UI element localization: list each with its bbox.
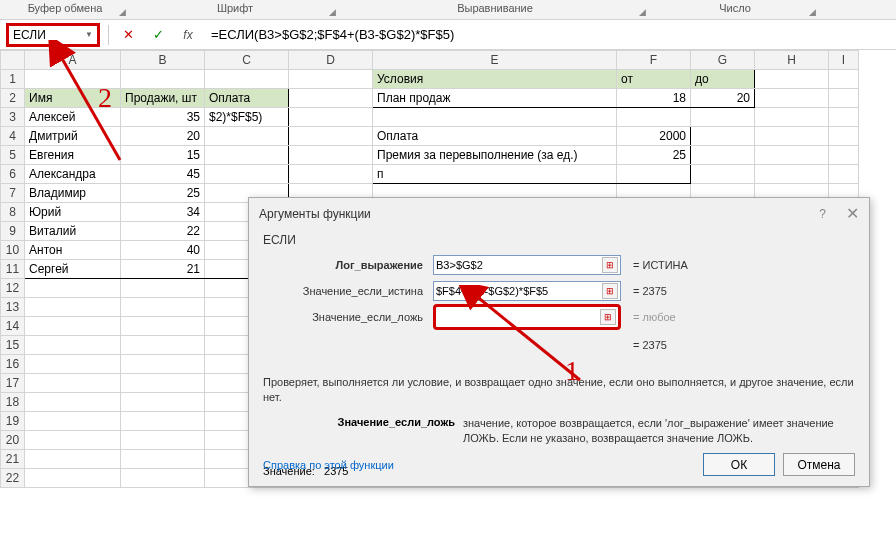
row-header[interactable]: 16 xyxy=(1,355,25,374)
cell[interactable]: 22 xyxy=(121,222,205,241)
col-header[interactable]: I xyxy=(829,51,859,70)
row-header[interactable]: 13 xyxy=(1,298,25,317)
row-header[interactable]: 6 xyxy=(1,165,25,184)
arg-result: = любое xyxy=(621,311,676,323)
arg-input-wrap: ⊞ xyxy=(433,255,621,275)
row-header[interactable]: 18 xyxy=(1,393,25,412)
cell[interactable]: Александра xyxy=(25,165,121,184)
name-box[interactable]: ЕСЛИ ▼ xyxy=(6,23,100,47)
row-header[interactable]: 21 xyxy=(1,450,25,469)
row-header[interactable]: 5 xyxy=(1,146,25,165)
annotation-number: 2 xyxy=(98,82,112,114)
chevron-down-icon[interactable]: ▼ xyxy=(85,30,93,39)
cancel-button[interactable]: Отмена xyxy=(783,453,855,476)
arg-row: Лог_выражение ⊞ = ИСТИНА xyxy=(263,253,855,277)
ribbon-group-alignment: Выравнивание ◢ xyxy=(340,0,650,19)
arg-label: Значение_если_ложь xyxy=(263,311,433,323)
cell[interactable]: 45 xyxy=(121,165,205,184)
col-header[interactable]: G xyxy=(691,51,755,70)
row-header[interactable]: 4 xyxy=(1,127,25,146)
range-selector-icon[interactable]: ⊞ xyxy=(602,257,618,273)
close-icon[interactable]: ✕ xyxy=(846,204,859,223)
range-selector-icon[interactable]: ⊞ xyxy=(600,309,616,325)
cell[interactable]: 21 xyxy=(121,260,205,279)
cell[interactable]: Премия за перевыполнение (за ед.) xyxy=(373,146,617,165)
row-header[interactable]: 14 xyxy=(1,317,25,336)
cell[interactable]: Юрий xyxy=(25,203,121,222)
arg-input[interactable] xyxy=(438,311,600,323)
col-header[interactable]: H xyxy=(755,51,829,70)
cell[interactable]: 15 xyxy=(121,146,205,165)
row-header[interactable]: 2 xyxy=(1,89,25,108)
row-header[interactable]: 15 xyxy=(1,336,25,355)
arg-label: Лог_выражение xyxy=(263,259,433,271)
cell[interactable]: 25 xyxy=(121,184,205,203)
ribbon-group-clipboard: Буфер обмена ◢ xyxy=(0,0,130,19)
cell[interactable]: 18 xyxy=(617,89,691,108)
cell[interactable]: Владимир xyxy=(25,184,121,203)
row-header[interactable]: 3 xyxy=(1,108,25,127)
cell[interactable]: Условия xyxy=(373,70,617,89)
dialog-launcher-icon[interactable]: ◢ xyxy=(327,7,337,17)
cell[interactable]: Сергей xyxy=(25,260,121,279)
function-name: ЕСЛИ xyxy=(263,233,855,247)
cell[interactable]: от xyxy=(617,70,691,89)
divider xyxy=(108,25,109,45)
cell[interactable]: Оплата xyxy=(205,89,289,108)
dialog-launcher-icon[interactable]: ◢ xyxy=(117,7,127,17)
cancel-formula-button[interactable]: ✕ xyxy=(117,24,139,46)
cell[interactable]: до xyxy=(691,70,755,89)
cell[interactable]: Виталий xyxy=(25,222,121,241)
col-header[interactable]: C xyxy=(205,51,289,70)
formula-input[interactable] xyxy=(207,25,890,44)
cell[interactable]: Оплата xyxy=(373,127,617,146)
cell[interactable]: 34 xyxy=(121,203,205,222)
dialog-launcher-icon[interactable]: ◢ xyxy=(637,7,647,17)
arg-result: = 2375 xyxy=(621,285,667,297)
row-header[interactable]: 10 xyxy=(1,241,25,260)
range-selector-icon[interactable]: ⊞ xyxy=(602,283,618,299)
insert-function-button[interactable]: fx xyxy=(177,24,199,46)
confirm-formula-button[interactable]: ✓ xyxy=(147,24,169,46)
dialog-titlebar[interactable]: Аргументы функции ? ✕ xyxy=(249,198,869,229)
row-header[interactable]: 7 xyxy=(1,184,25,203)
cell[interactable]: п xyxy=(373,165,617,184)
row-header[interactable]: 19 xyxy=(1,412,25,431)
cell[interactable]: 25 xyxy=(617,146,691,165)
row-header[interactable]: 8 xyxy=(1,203,25,222)
cell[interactable]: План продаж xyxy=(373,89,617,108)
col-header[interactable]: F xyxy=(617,51,691,70)
col-header[interactable]: B xyxy=(121,51,205,70)
row-header[interactable]: 20 xyxy=(1,431,25,450)
cell[interactable]: Продажи, шт xyxy=(121,89,205,108)
overall-result: = 2375 xyxy=(621,339,667,351)
row-header[interactable]: 12 xyxy=(1,279,25,298)
col-header[interactable]: A xyxy=(25,51,121,70)
select-all[interactable] xyxy=(1,51,25,70)
cell[interactable]: 40 xyxy=(121,241,205,260)
row-header[interactable]: 11 xyxy=(1,260,25,279)
cell[interactable]: Антон xyxy=(25,241,121,260)
ok-button[interactable]: ОК xyxy=(703,453,775,476)
dialog-title: Аргументы функции xyxy=(259,207,371,221)
help-icon[interactable]: ? xyxy=(819,207,826,221)
row-header[interactable]: 22 xyxy=(1,469,25,488)
arg-input[interactable] xyxy=(436,285,602,297)
cell[interactable]: Евгения xyxy=(25,146,121,165)
arg-help: Значение_если_ложь значение, которое воз… xyxy=(263,416,855,447)
cell[interactable]: 2000 xyxy=(617,127,691,146)
dialog-launcher-icon[interactable]: ◢ xyxy=(807,7,817,17)
cell[interactable]: Дмитрий xyxy=(25,127,121,146)
function-arguments-dialog: Аргументы функции ? ✕ ЕСЛИ Лог_выражение… xyxy=(248,197,870,487)
col-header[interactable]: E xyxy=(373,51,617,70)
help-link[interactable]: Справка по этой функции xyxy=(263,459,394,471)
row-header[interactable]: 1 xyxy=(1,70,25,89)
row-header[interactable]: 17 xyxy=(1,374,25,393)
cell[interactable]: 20 xyxy=(121,127,205,146)
row-header[interactable]: 9 xyxy=(1,222,25,241)
cell[interactable]: 20 xyxy=(691,89,755,108)
arg-input[interactable] xyxy=(436,259,602,271)
cell[interactable]: $2)*$F$5) xyxy=(205,108,289,127)
col-header[interactable]: D xyxy=(289,51,373,70)
cell[interactable]: 35 xyxy=(121,108,205,127)
